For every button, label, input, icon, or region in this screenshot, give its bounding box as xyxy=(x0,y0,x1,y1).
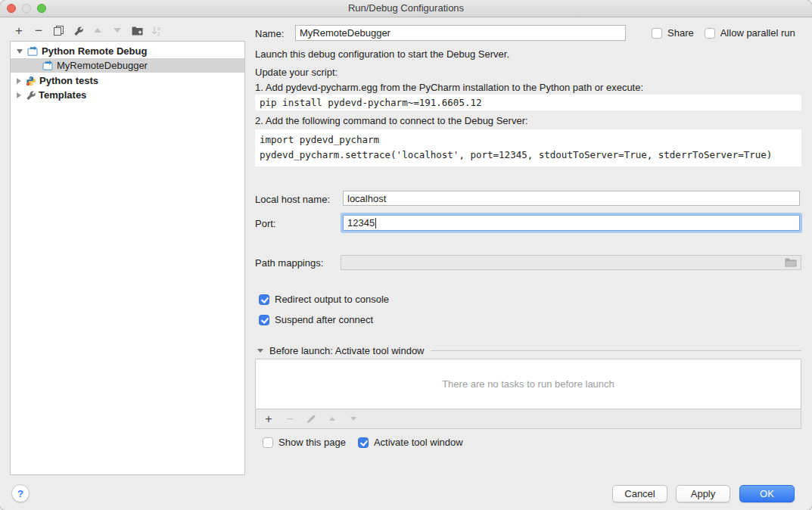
plus-icon: + xyxy=(265,413,272,425)
tree-item-label: MyRemoteDebugger xyxy=(57,60,148,71)
window-controls xyxy=(7,4,46,13)
before-launch-toolbar: + − xyxy=(255,409,801,429)
ok-button[interactable]: OK xyxy=(739,485,795,502)
share-checkbox-group[interactable]: Share xyxy=(652,27,694,39)
new-folder-button[interactable] xyxy=(129,23,145,38)
settrace-code-block: import pydevd_pycharm pydevd_pycharm.set… xyxy=(255,129,801,166)
titlebar: Run/Debug Configurations xyxy=(0,0,812,17)
chevron-right-icon[interactable] xyxy=(17,78,21,84)
templates-wrench-icon xyxy=(26,90,36,100)
move-up-button xyxy=(89,23,106,38)
show-this-page-checkbox[interactable] xyxy=(263,437,273,448)
configurations-toolbar: + − az xyxy=(11,23,165,38)
step2-text: 2. Add the following command to connect … xyxy=(255,115,528,126)
tree-item-label: Python Remote Debug xyxy=(42,45,147,57)
code-line-settrace: pydevd_pycharm.settrace('localhost', por… xyxy=(260,148,797,163)
svg-text:z: z xyxy=(157,31,160,36)
pencil-icon xyxy=(306,415,316,424)
edit-task-button xyxy=(303,412,319,427)
question-mark-icon: ? xyxy=(17,488,23,499)
move-task-down-button xyxy=(345,412,362,427)
suspend-after-connect-checkbox[interactable] xyxy=(259,315,269,325)
allow-parallel-run-label: Allow parallel run xyxy=(720,27,795,39)
suspend-after-connect-label: Suspend after connect xyxy=(275,314,373,325)
code-line-import: import pydevd_pycharm xyxy=(260,132,797,148)
copy-configuration-button[interactable] xyxy=(50,23,67,38)
name-label: Name: xyxy=(255,28,284,39)
show-this-page-checkbox-group[interactable]: Show this page xyxy=(263,437,346,448)
local-host-name-input[interactable]: localhost xyxy=(343,191,800,206)
add-configuration-button[interactable]: + xyxy=(11,23,27,38)
allow-parallel-checkbox-group[interactable]: Allow parallel run xyxy=(705,27,795,39)
minus-icon: − xyxy=(35,24,42,37)
svg-text:a: a xyxy=(157,26,160,31)
configurations-tree: Python Remote Debug MyRemoteDebugger Pyt… xyxy=(10,41,245,475)
name-value: MyRemoteDebugger xyxy=(300,27,390,39)
folder-icon xyxy=(785,258,797,267)
python-tests-icon xyxy=(26,76,36,86)
name-input[interactable]: MyRemoteDebugger xyxy=(295,25,626,41)
minimize-window-button xyxy=(22,4,31,13)
tree-item-templates[interactable]: Templates xyxy=(11,88,244,102)
move-down-button xyxy=(109,23,126,38)
redirect-output-label: Redirect output to console xyxy=(275,294,389,305)
intro-text: Launch this debug configuration to start… xyxy=(255,48,509,60)
pip-install-code: pip install pydevd-pycharm~=191.6605.12 xyxy=(255,95,801,110)
share-label: Share xyxy=(667,27,694,39)
activate-tool-window-label: Activate tool window xyxy=(374,437,463,448)
plus-icon: + xyxy=(15,24,23,37)
before-launch-title: Before launch: Activate tool window xyxy=(269,345,425,356)
port-value: 12345 xyxy=(347,217,375,229)
cancel-button[interactable]: Cancel xyxy=(612,485,667,502)
move-task-up-button xyxy=(324,412,341,427)
remove-configuration-button[interactable]: − xyxy=(30,23,47,38)
allow-parallel-run-checkbox[interactable] xyxy=(705,28,715,39)
before-launch-section-header[interactable]: Before launch: Activate tool window xyxy=(257,345,801,356)
close-window-button[interactable] xyxy=(7,4,16,13)
edit-templates-button[interactable] xyxy=(70,23,86,38)
remove-task-button: − xyxy=(282,412,298,427)
sort-configurations-button: az xyxy=(148,23,165,38)
add-task-button[interactable]: + xyxy=(260,412,277,427)
collapse-triangle-icon[interactable] xyxy=(257,349,263,353)
minus-icon: − xyxy=(286,413,293,425)
suspend-after-connect-checkbox-group[interactable]: Suspend after connect xyxy=(259,314,373,325)
port-label: Port: xyxy=(255,218,275,229)
redirect-output-checkbox-group[interactable]: Redirect output to console xyxy=(259,294,389,305)
tree-item-python-remote-debug[interactable]: Python Remote Debug xyxy=(11,44,244,58)
remote-debug-config-icon xyxy=(42,61,54,70)
path-mappings-input[interactable] xyxy=(341,255,801,270)
path-mappings-label: Path mappings: xyxy=(255,257,323,269)
apply-button[interactable]: Apply xyxy=(676,485,730,502)
chevron-down-icon[interactable] xyxy=(17,49,23,54)
tree-item-myremotedebugger[interactable]: MyRemoteDebugger xyxy=(11,58,244,73)
text-caret xyxy=(375,218,376,229)
sort-alphabetically-icon: az xyxy=(151,25,162,36)
help-button[interactable]: ? xyxy=(11,484,30,502)
window-title: Run/Debug Configurations xyxy=(0,0,812,17)
run-debug-configurations-dialog: Run/Debug Configurations + − az Python R… xyxy=(0,0,812,510)
browse-path-mappings-button[interactable] xyxy=(785,258,797,267)
arrow-up-icon xyxy=(94,28,101,33)
chevron-right-icon[interactable] xyxy=(17,92,21,98)
step1-text: 1. Add pydevd-pycharm.egg from the PyCha… xyxy=(255,82,643,93)
redirect-output-checkbox[interactable] xyxy=(259,294,269,305)
pip-install-command: pip install pydevd-pycharm~=191.6605.12 xyxy=(260,97,482,108)
port-input[interactable]: 12345 xyxy=(343,215,800,231)
copy-icon xyxy=(54,26,64,36)
remote-debug-config-icon xyxy=(27,46,39,56)
show-this-page-label: Show this page xyxy=(278,437,346,448)
wrench-icon xyxy=(73,26,83,36)
before-launch-task-list[interactable]: There are no tasks to run before launch xyxy=(255,359,801,409)
tree-item-python-tests[interactable]: Python tests xyxy=(11,73,244,88)
local-host-name-label: Local host name: xyxy=(255,194,330,205)
arrow-up-icon xyxy=(329,417,335,421)
arrow-down-icon xyxy=(350,417,356,421)
share-checkbox[interactable] xyxy=(652,28,662,39)
local-host-name-value: localhost xyxy=(347,193,386,204)
tree-item-label: Templates xyxy=(39,89,86,101)
zoom-window-button[interactable] xyxy=(37,4,46,13)
activate-tool-window-checkbox-group[interactable]: Activate tool window xyxy=(358,437,463,448)
tree-item-label: Python tests xyxy=(39,75,98,86)
activate-tool-window-checkbox[interactable] xyxy=(358,437,369,448)
